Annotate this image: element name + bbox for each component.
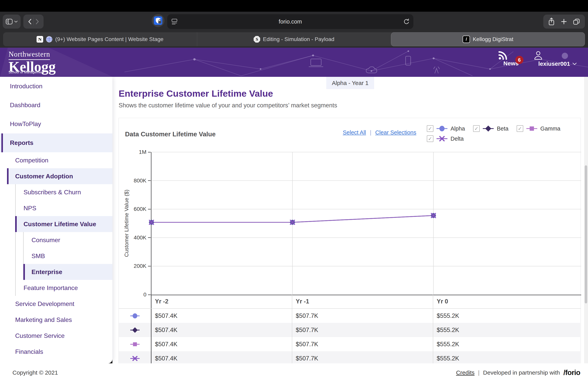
y-tick-label: 800K	[119, 177, 147, 184]
url-bar[interactable]: forio.com	[167, 14, 413, 29]
forward-button[interactable]	[35, 19, 39, 24]
sidebar-nav: IntroductionDashboardHowToPlayReportsCom…	[0, 77, 112, 363]
chart-panel: Data Customer Lifetime Value Select All …	[119, 118, 581, 363]
table-cell: $555.2K	[433, 309, 581, 323]
table-cell: $507.7K	[292, 337, 433, 351]
table-header-row: Yr -2Yr -1Yr 0	[119, 295, 581, 309]
nav-buttons	[23, 15, 43, 29]
sidebar-item-label: Consumer	[0, 236, 60, 244]
logo-northwestern: Northwestern	[9, 50, 50, 60]
sidebar-item-financials[interactable]: Financials	[0, 344, 112, 360]
sidebar-item-label: Subscribers & Churn	[0, 189, 81, 196]
sidebar-item-customer-lifetime-value[interactable]: Customer Lifetime Value	[0, 216, 112, 232]
y-tick-mark	[148, 152, 151, 152]
checkbox-delta[interactable]: ✓	[427, 135, 433, 142]
news-button[interactable]: 6 News	[498, 51, 524, 67]
sidebar-item-label: Dashboard	[0, 102, 41, 109]
sidebar-item-customer-service[interactable]: Customer Service	[0, 328, 112, 344]
sidebar-item-label: Customer Adoption	[0, 173, 73, 180]
user-menu[interactable]: lexiuser001	[533, 51, 582, 67]
table-cell: $507.7K	[292, 309, 433, 323]
globe-icon	[46, 36, 53, 42]
tab-editing-simulation[interactable]: S Editing - Simulation - Payload	[197, 32, 391, 46]
footer-divider: |	[478, 369, 480, 376]
checkbox-beta[interactable]: ✓	[473, 125, 480, 132]
tab-website-pages[interactable]: N (9+) Website Pages Content | Website S…	[3, 32, 197, 46]
sidebar-item-service-development[interactable]: Service Development	[0, 296, 112, 312]
table-cell: $507.7K	[292, 323, 433, 337]
kellogg-logo[interactable]: Northwestern Kellogg School of Managemen…	[9, 50, 56, 74]
y-tick-label: 200K	[119, 263, 147, 269]
sidebar-item-smb[interactable]: SMB	[0, 248, 112, 264]
table-header-cell: Yr 0	[433, 295, 581, 308]
sidebar-item-introduction[interactable]: Introduction	[0, 77, 112, 96]
context-badge: Alpha - Year 1	[326, 77, 374, 89]
simulation-app-icon: S	[253, 36, 260, 42]
table-row-delta: $507.4K$507.7K$555.2K	[119, 351, 581, 363]
sidebar-toggle-button[interactable]	[3, 15, 21, 29]
sidebar-item-howtoplay[interactable]: HowToPlay	[0, 115, 112, 133]
copyright-text: Copyright © 2021	[12, 369, 58, 376]
legend-swatch-x	[437, 135, 447, 142]
y-axis-label: Customer Lifetime Value ($)	[124, 190, 130, 257]
legend-item-beta[interactable]: ✓Beta	[473, 125, 508, 132]
credits-link[interactable]: Credits	[456, 369, 474, 376]
y-tick-mark	[148, 266, 151, 266]
sidebar-item-nps[interactable]: NPS	[0, 200, 112, 216]
sidebar-item-reports[interactable]: Reports	[0, 133, 112, 152]
sidebar-item-label: Feature Importance	[0, 284, 78, 292]
select-all-link[interactable]: Select All	[343, 129, 366, 136]
legend-label: Gamma	[540, 126, 560, 132]
scrollbar-thumb[interactable]	[585, 165, 587, 303]
table-cell: $555.2K	[433, 337, 581, 351]
sidebar-item-label: Introduction	[0, 83, 42, 90]
line-chart-plot	[151, 152, 581, 295]
clear-selections-link[interactable]: Clear Selections	[375, 129, 416, 136]
table-cell: $507.4K	[151, 309, 292, 323]
reload-icon[interactable]	[403, 18, 410, 25]
checkbox-gamma[interactable]: ✓	[517, 125, 523, 132]
sidebar-item-label: Competition	[0, 157, 48, 164]
forio-slash-icon: /	[462, 36, 470, 43]
legend-item-alpha[interactable]: ✓Alpha	[427, 125, 465, 132]
sidebar-item-subscribers-churn[interactable]: Subscribers & Churn	[0, 184, 112, 200]
sidebar-item-enterprise[interactable]: Enterprise	[0, 264, 112, 280]
menubar	[0, 0, 588, 12]
table-cell: $507.4K	[151, 323, 292, 337]
toolbar-actions	[543, 15, 585, 29]
legend-swatch-diamond	[483, 125, 494, 132]
share-icon[interactable]	[548, 18, 555, 26]
tab-overview-icon[interactable]	[573, 18, 580, 25]
sidebar-item-dashboard[interactable]: Dashboard	[0, 96, 112, 115]
sidebar-item-label: Marketing and Sales	[0, 316, 72, 323]
scrollbar-track[interactable]	[584, 77, 588, 382]
app-header: Northwestern Kellogg School of Managemen…	[0, 48, 588, 77]
legend-item-delta[interactable]: ✓Delta	[427, 135, 464, 142]
table-row-alpha: $507.4K$507.7K$555.2K	[119, 309, 581, 323]
chevron-down-icon	[572, 63, 577, 65]
tab-label: Editing - Simulation - Payload	[263, 36, 334, 42]
y-tick-label: 400K	[119, 234, 147, 241]
checkbox-alpha[interactable]: ✓	[427, 125, 433, 132]
table-header-cell: Yr -2	[151, 295, 292, 308]
row-marker-square-icon	[119, 337, 151, 351]
sidebar-item-marketing-and-sales[interactable]: Marketing and Sales	[0, 312, 112, 328]
sidebar-item-label: Enterprise	[0, 268, 62, 276]
legend-label: Beta	[497, 126, 508, 132]
y-tick-mark	[148, 237, 151, 238]
password-extension-button[interactable]	[152, 14, 165, 27]
tab-kellogg-digistrat[interactable]: / Kellogg DigiStrat	[391, 32, 585, 46]
table-header-cell: Yr -1	[292, 295, 433, 308]
sidebar-item-competition[interactable]: Competition	[0, 152, 112, 168]
legend-item-gamma[interactable]: ✓Gamma	[517, 125, 560, 132]
sidebar-item-label: Customer Service	[0, 332, 64, 340]
page-title: Enterprise Customer Lifetime Value	[119, 88, 588, 99]
sidebar-item-consumer[interactable]: Consumer	[0, 232, 112, 248]
sidebar-item-feature-importance[interactable]: Feature Importance	[0, 280, 112, 296]
panel-title: Data Customer Lifetime Value	[125, 130, 216, 138]
table-row-beta: $507.4K$507.7K$555.2K	[119, 323, 581, 337]
sidebar-item-customer-adoption[interactable]: Customer Adoption	[0, 168, 112, 184]
new-tab-icon[interactable]	[561, 19, 567, 25]
back-button[interactable]	[28, 19, 32, 24]
legend-label: Alpha	[451, 126, 465, 132]
